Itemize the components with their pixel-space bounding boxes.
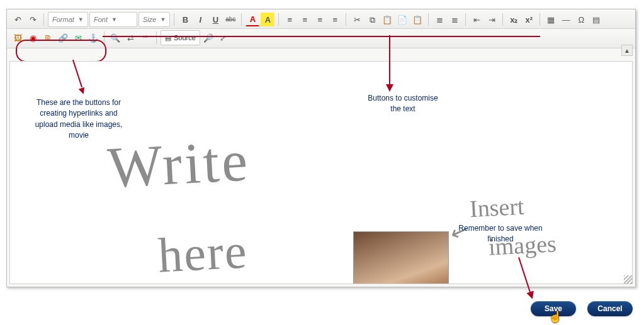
size-combo[interactable]: Size▼: [138, 12, 170, 27]
copy-button[interactable]: ⧉: [365, 13, 379, 26]
paste-button[interactable]: 📋: [380, 13, 394, 26]
arrow-head-icon: [526, 290, 536, 300]
external-link-button[interactable]: 🔗: [56, 31, 70, 45]
paste-text-button[interactable]: 📄: [395, 13, 409, 26]
handwriting-write: Write: [106, 127, 251, 201]
source-label: Source: [174, 34, 196, 41]
internal-link-button[interactable]: 🗎: [41, 31, 55, 45]
spellcheck-button[interactable]: ᴬᴮ: [138, 31, 152, 45]
chevron-down-icon: ▼: [111, 16, 117, 23]
action-buttons: Save Cancel: [531, 301, 633, 316]
source-icon: ▤: [165, 34, 171, 42]
email-link-button[interactable]: ✉: [71, 31, 85, 45]
resize-handle[interactable]: [624, 275, 633, 284]
embedded-image: [353, 231, 449, 284]
find-button[interactable]: 🔍: [108, 31, 122, 45]
special-char-button[interactable]: Ω: [574, 13, 588, 26]
chevron-down-icon: ▼: [160, 16, 166, 23]
annotation-customise: Buttons to customise the text: [365, 93, 441, 115]
replace-button[interactable]: ⇄: [123, 31, 137, 45]
hr-button[interactable]: —: [559, 13, 573, 26]
editor-body[interactable]: Write here Insert images ↙: [9, 61, 633, 284]
align-right-button[interactable]: ≡: [313, 13, 327, 26]
format-combo[interactable]: Format▼: [48, 12, 88, 27]
redo-button[interactable]: ↷: [26, 13, 40, 26]
toolbar-row-2: 🖼 ◉ 🗎 🔗 ✉ ⚓ 🔍 ⇄ ᴬᴮ ▤Source 🔎 ⤢: [7, 29, 635, 48]
preview-button[interactable]: 🔎: [201, 31, 215, 45]
outdent-button[interactable]: ⇤: [470, 13, 483, 26]
unordered-list-button[interactable]: ≣: [448, 13, 461, 26]
undo-button[interactable]: ↶: [11, 13, 25, 26]
size-label: Size: [143, 16, 156, 23]
bg-color-button[interactable]: A: [261, 13, 274, 26]
image-button[interactable]: 🖼: [11, 31, 25, 45]
italic-button[interactable]: I: [193, 13, 207, 26]
arrow-head-icon: [386, 84, 393, 92]
format-label: Format: [52, 16, 74, 23]
maximize-button[interactable]: ⤢: [217, 31, 230, 45]
toolbar-row-1: ↶ ↷ Format▼ Font▼ Size▼ B I U abc A A ≡ …: [7, 9, 635, 29]
arrow-line-icon: [389, 35, 390, 84]
align-justify-button[interactable]: ≡: [328, 13, 342, 26]
ordered-list-button[interactable]: ≣: [432, 13, 446, 26]
font-combo[interactable]: Font▼: [89, 12, 137, 27]
cancel-button[interactable]: Cancel: [587, 301, 633, 316]
flash-button[interactable]: ◉: [26, 31, 40, 45]
source-button[interactable]: ▤Source: [161, 30, 200, 45]
cut-button[interactable]: ✂: [350, 13, 364, 26]
templates-button[interactable]: ▤: [589, 13, 603, 26]
table-button[interactable]: ▦: [544, 13, 558, 26]
handwriting-insert: Insert: [469, 192, 525, 223]
superscript-button[interactable]: x²: [522, 13, 536, 26]
text-color-button[interactable]: A: [246, 13, 259, 26]
handwriting-here: here: [157, 223, 249, 284]
align-center-button[interactable]: ≡: [298, 13, 312, 26]
cursor-hand-icon: ☝: [548, 310, 562, 324]
subscript-button[interactable]: x₂: [507, 13, 521, 26]
annotation-underline: [103, 36, 540, 37]
editor-frame: ↶ ↷ Format▼ Font▼ Size▼ B I U abc A A ≡ …: [6, 9, 636, 287]
strike-button[interactable]: abc: [223, 13, 237, 26]
paste-word-button[interactable]: 📋: [410, 13, 424, 26]
align-left-button[interactable]: ≡: [283, 13, 297, 26]
bold-button[interactable]: B: [178, 13, 192, 26]
annotation-hyperlinks: These are the buttons for creating hyper…: [35, 97, 123, 141]
annotation-save: Remember to save when finished: [453, 223, 548, 245]
scroll-up-button[interactable]: ▲: [621, 45, 633, 56]
underline-button[interactable]: U: [208, 13, 222, 26]
font-label: Font: [94, 16, 108, 23]
anchor-button[interactable]: ⚓: [86, 31, 100, 45]
chevron-down-icon: ▼: [78, 16, 84, 23]
indent-button[interactable]: ⇥: [485, 13, 499, 26]
